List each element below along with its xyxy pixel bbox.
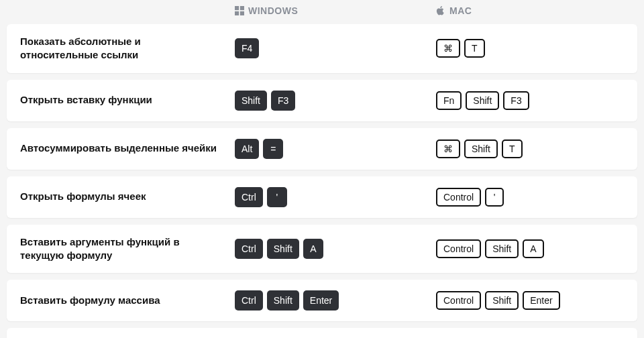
key-light: Control <box>436 239 481 258</box>
key-dark: = <box>263 139 283 159</box>
mac-header: MAC <box>436 5 637 16</box>
key-light: ⌘ <box>436 39 460 58</box>
key-light: T <box>464 39 485 58</box>
key-dark: Enter <box>303 290 339 311</box>
windows-label: WINDOWS <box>248 5 298 16</box>
svg-rect-0 <box>235 6 239 10</box>
shortcut-row: Пересчитать все листыF9FnF9 <box>7 328 637 338</box>
mac-keys: ⌘T <box>436 39 637 58</box>
key-light: Shift <box>485 291 519 310</box>
windows-keys: CtrlShiftEnter <box>235 290 436 311</box>
windows-keys: Alt= <box>235 139 436 159</box>
shortcut-description: Открыть формулы ячеек <box>20 190 235 203</box>
key-light: ' <box>485 188 504 207</box>
key-dark: Shift <box>267 239 299 259</box>
key-light: Shift <box>485 239 519 258</box>
key-dark: Ctrl <box>235 187 263 207</box>
shortcut-row: Открыть вставку функцииShiftF3FnShiftF3 <box>7 80 637 121</box>
windows-icon <box>235 6 244 15</box>
key-dark: ' <box>267 187 287 207</box>
svg-rect-2 <box>235 11 239 15</box>
key-dark: Ctrl <box>235 239 263 259</box>
key-dark: Alt <box>235 139 259 159</box>
key-light: Shift <box>466 91 499 110</box>
mac-keys: FnShiftF3 <box>436 91 637 110</box>
windows-keys: ShiftF3 <box>235 91 436 111</box>
key-light: ⌘ <box>436 139 460 158</box>
mac-keys: Control' <box>436 188 637 207</box>
header-spacer <box>20 5 235 16</box>
mac-label: MAC <box>449 5 472 16</box>
key-dark: F3 <box>271 91 295 111</box>
shortcut-description: Показать абсолютные и относительные ссыл… <box>20 35 235 62</box>
key-light: Enter <box>523 291 559 310</box>
key-dark: Ctrl <box>235 290 263 311</box>
key-light: Control <box>436 291 481 310</box>
svg-rect-3 <box>240 11 244 15</box>
key-light: F3 <box>503 91 529 110</box>
shortcut-row: Показать абсолютные и относительные ссыл… <box>7 24 637 73</box>
key-dark: Shift <box>235 91 267 111</box>
shortcut-row: Автосуммировать выделенные ячейкиAlt=⌘Sh… <box>7 128 637 170</box>
mac-keys: ⌘ShiftT <box>436 139 637 158</box>
key-light: Shift <box>464 139 498 158</box>
svg-rect-1 <box>240 6 244 10</box>
windows-keys: CtrlShiftA <box>235 239 436 259</box>
apple-icon <box>436 6 445 15</box>
mac-keys: ControlShiftEnter <box>436 291 637 310</box>
key-light: Control <box>436 188 481 207</box>
shortcut-row: Открыть формулы ячеекCtrl'Control' <box>7 176 637 218</box>
key-light: A <box>523 239 543 258</box>
shortcut-row: Вставить формулу массиваCtrlShiftEnterCo… <box>7 280 637 321</box>
mac-keys: ControlShiftA <box>436 239 637 258</box>
windows-header: WINDOWS <box>235 5 436 16</box>
key-dark: F4 <box>235 38 259 58</box>
key-light: T <box>502 139 523 158</box>
shortcut-row: Вставить аргументы функций в текущую фор… <box>7 225 637 274</box>
key-dark: A <box>303 239 323 259</box>
key-dark: Shift <box>267 290 299 311</box>
windows-keys: Ctrl' <box>235 187 436 207</box>
shortcut-description: Вставить формулу массива <box>20 294 235 307</box>
os-header-row: WINDOWS MAC <box>7 0 637 24</box>
shortcut-description: Вставить аргументы функций в текущую фор… <box>20 235 235 263</box>
key-light: Fn <box>436 91 462 110</box>
windows-keys: F4 <box>235 38 436 58</box>
shortcut-description: Открыть вставку функции <box>20 93 235 107</box>
shortcut-description: Автосуммировать выделенные ячейки <box>20 142 235 155</box>
